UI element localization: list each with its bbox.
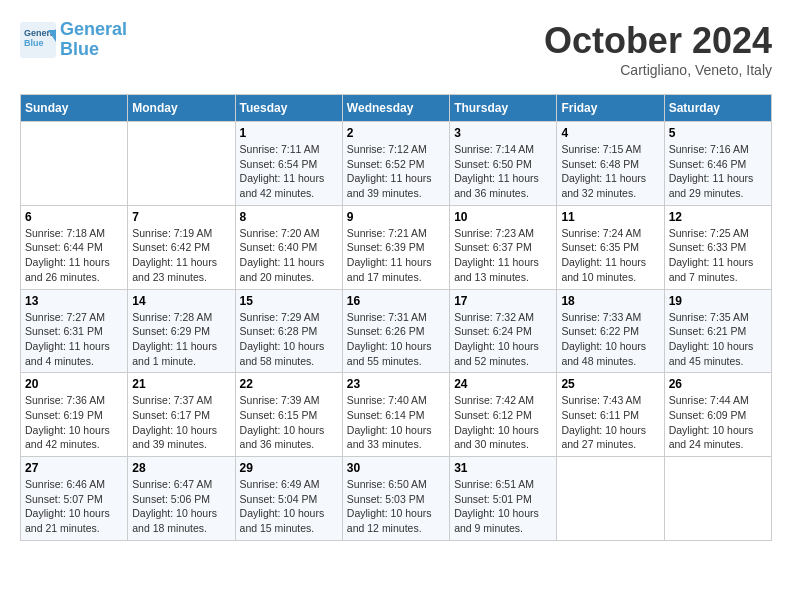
calendar-cell: 20Sunrise: 7:36 AM Sunset: 6:19 PM Dayli…	[21, 373, 128, 457]
weekday-header-tuesday: Tuesday	[235, 95, 342, 122]
day-info: Sunrise: 7:44 AM Sunset: 6:09 PM Dayligh…	[669, 393, 767, 452]
svg-text:Blue: Blue	[24, 38, 44, 48]
calendar-cell: 11Sunrise: 7:24 AM Sunset: 6:35 PM Dayli…	[557, 205, 664, 289]
day-info: Sunrise: 6:50 AM Sunset: 5:03 PM Dayligh…	[347, 477, 445, 536]
weekday-header-thursday: Thursday	[450, 95, 557, 122]
calendar-cell: 17Sunrise: 7:32 AM Sunset: 6:24 PM Dayli…	[450, 289, 557, 373]
weekday-header-row: SundayMondayTuesdayWednesdayThursdayFrid…	[21, 95, 772, 122]
calendar-cell: 30Sunrise: 6:50 AM Sunset: 5:03 PM Dayli…	[342, 457, 449, 541]
day-number: 9	[347, 210, 445, 224]
calendar-cell: 4Sunrise: 7:15 AM Sunset: 6:48 PM Daylig…	[557, 122, 664, 206]
calendar-cell: 3Sunrise: 7:14 AM Sunset: 6:50 PM Daylig…	[450, 122, 557, 206]
day-info: Sunrise: 7:25 AM Sunset: 6:33 PM Dayligh…	[669, 226, 767, 285]
calendar-cell: 13Sunrise: 7:27 AM Sunset: 6:31 PM Dayli…	[21, 289, 128, 373]
calendar-cell: 31Sunrise: 6:51 AM Sunset: 5:01 PM Dayli…	[450, 457, 557, 541]
calendar-cell: 29Sunrise: 6:49 AM Sunset: 5:04 PM Dayli…	[235, 457, 342, 541]
day-info: Sunrise: 7:11 AM Sunset: 6:54 PM Dayligh…	[240, 142, 338, 201]
calendar-cell	[128, 122, 235, 206]
calendar-cell: 23Sunrise: 7:40 AM Sunset: 6:14 PM Dayli…	[342, 373, 449, 457]
calendar-cell: 18Sunrise: 7:33 AM Sunset: 6:22 PM Dayli…	[557, 289, 664, 373]
day-info: Sunrise: 6:46 AM Sunset: 5:07 PM Dayligh…	[25, 477, 123, 536]
calendar-cell: 21Sunrise: 7:37 AM Sunset: 6:17 PM Dayli…	[128, 373, 235, 457]
day-number: 10	[454, 210, 552, 224]
day-info: Sunrise: 7:19 AM Sunset: 6:42 PM Dayligh…	[132, 226, 230, 285]
calendar-cell: 10Sunrise: 7:23 AM Sunset: 6:37 PM Dayli…	[450, 205, 557, 289]
day-number: 25	[561, 377, 659, 391]
day-info: Sunrise: 7:24 AM Sunset: 6:35 PM Dayligh…	[561, 226, 659, 285]
calendar-cell: 25Sunrise: 7:43 AM Sunset: 6:11 PM Dayli…	[557, 373, 664, 457]
day-number: 21	[132, 377, 230, 391]
day-info: Sunrise: 6:47 AM Sunset: 5:06 PM Dayligh…	[132, 477, 230, 536]
logo: General Blue GeneralBlue	[20, 20, 127, 60]
week-row-1: 1Sunrise: 7:11 AM Sunset: 6:54 PM Daylig…	[21, 122, 772, 206]
day-number: 1	[240, 126, 338, 140]
day-info: Sunrise: 7:32 AM Sunset: 6:24 PM Dayligh…	[454, 310, 552, 369]
calendar-cell: 14Sunrise: 7:28 AM Sunset: 6:29 PM Dayli…	[128, 289, 235, 373]
day-number: 19	[669, 294, 767, 308]
weekday-header-sunday: Sunday	[21, 95, 128, 122]
week-row-5: 27Sunrise: 6:46 AM Sunset: 5:07 PM Dayli…	[21, 457, 772, 541]
day-number: 15	[240, 294, 338, 308]
weekday-header-saturday: Saturday	[664, 95, 771, 122]
calendar-cell: 16Sunrise: 7:31 AM Sunset: 6:26 PM Dayli…	[342, 289, 449, 373]
day-number: 7	[132, 210, 230, 224]
day-number: 4	[561, 126, 659, 140]
day-info: Sunrise: 7:14 AM Sunset: 6:50 PM Dayligh…	[454, 142, 552, 201]
week-row-4: 20Sunrise: 7:36 AM Sunset: 6:19 PM Dayli…	[21, 373, 772, 457]
calendar-cell: 6Sunrise: 7:18 AM Sunset: 6:44 PM Daylig…	[21, 205, 128, 289]
day-info: Sunrise: 7:43 AM Sunset: 6:11 PM Dayligh…	[561, 393, 659, 452]
week-row-2: 6Sunrise: 7:18 AM Sunset: 6:44 PM Daylig…	[21, 205, 772, 289]
day-info: Sunrise: 7:31 AM Sunset: 6:26 PM Dayligh…	[347, 310, 445, 369]
day-number: 23	[347, 377, 445, 391]
day-number: 2	[347, 126, 445, 140]
calendar-cell: 5Sunrise: 7:16 AM Sunset: 6:46 PM Daylig…	[664, 122, 771, 206]
logo-icon: General Blue	[20, 22, 56, 58]
day-info: Sunrise: 7:40 AM Sunset: 6:14 PM Dayligh…	[347, 393, 445, 452]
calendar-cell: 22Sunrise: 7:39 AM Sunset: 6:15 PM Dayli…	[235, 373, 342, 457]
month-title: October 2024	[544, 20, 772, 62]
week-row-3: 13Sunrise: 7:27 AM Sunset: 6:31 PM Dayli…	[21, 289, 772, 373]
day-number: 8	[240, 210, 338, 224]
day-number: 5	[669, 126, 767, 140]
day-number: 26	[669, 377, 767, 391]
day-info: Sunrise: 7:16 AM Sunset: 6:46 PM Dayligh…	[669, 142, 767, 201]
day-number: 6	[25, 210, 123, 224]
day-number: 17	[454, 294, 552, 308]
page-header: General Blue GeneralBlue October 2024 Ca…	[20, 20, 772, 78]
calendar-cell: 28Sunrise: 6:47 AM Sunset: 5:06 PM Dayli…	[128, 457, 235, 541]
calendar-cell	[21, 122, 128, 206]
day-number: 18	[561, 294, 659, 308]
day-number: 29	[240, 461, 338, 475]
day-info: Sunrise: 7:15 AM Sunset: 6:48 PM Dayligh…	[561, 142, 659, 201]
calendar-cell: 19Sunrise: 7:35 AM Sunset: 6:21 PM Dayli…	[664, 289, 771, 373]
day-info: Sunrise: 7:39 AM Sunset: 6:15 PM Dayligh…	[240, 393, 338, 452]
weekday-header-wednesday: Wednesday	[342, 95, 449, 122]
calendar-cell	[557, 457, 664, 541]
day-info: Sunrise: 7:35 AM Sunset: 6:21 PM Dayligh…	[669, 310, 767, 369]
day-info: Sunrise: 7:20 AM Sunset: 6:40 PM Dayligh…	[240, 226, 338, 285]
calendar-cell: 24Sunrise: 7:42 AM Sunset: 6:12 PM Dayli…	[450, 373, 557, 457]
day-info: Sunrise: 7:28 AM Sunset: 6:29 PM Dayligh…	[132, 310, 230, 369]
day-info: Sunrise: 7:42 AM Sunset: 6:12 PM Dayligh…	[454, 393, 552, 452]
day-info: Sunrise: 7:27 AM Sunset: 6:31 PM Dayligh…	[25, 310, 123, 369]
day-info: Sunrise: 7:37 AM Sunset: 6:17 PM Dayligh…	[132, 393, 230, 452]
day-info: Sunrise: 7:21 AM Sunset: 6:39 PM Dayligh…	[347, 226, 445, 285]
calendar-cell: 2Sunrise: 7:12 AM Sunset: 6:52 PM Daylig…	[342, 122, 449, 206]
weekday-header-monday: Monday	[128, 95, 235, 122]
calendar-cell: 7Sunrise: 7:19 AM Sunset: 6:42 PM Daylig…	[128, 205, 235, 289]
calendar-table: SundayMondayTuesdayWednesdayThursdayFrid…	[20, 94, 772, 541]
day-number: 20	[25, 377, 123, 391]
day-number: 30	[347, 461, 445, 475]
calendar-cell: 15Sunrise: 7:29 AM Sunset: 6:28 PM Dayli…	[235, 289, 342, 373]
day-info: Sunrise: 6:49 AM Sunset: 5:04 PM Dayligh…	[240, 477, 338, 536]
day-number: 11	[561, 210, 659, 224]
calendar-cell: 1Sunrise: 7:11 AM Sunset: 6:54 PM Daylig…	[235, 122, 342, 206]
calendar-cell: 26Sunrise: 7:44 AM Sunset: 6:09 PM Dayli…	[664, 373, 771, 457]
day-info: Sunrise: 7:12 AM Sunset: 6:52 PM Dayligh…	[347, 142, 445, 201]
day-info: Sunrise: 7:18 AM Sunset: 6:44 PM Dayligh…	[25, 226, 123, 285]
location: Cartigliano, Veneto, Italy	[544, 62, 772, 78]
day-number: 14	[132, 294, 230, 308]
title-block: October 2024 Cartigliano, Veneto, Italy	[544, 20, 772, 78]
calendar-cell: 8Sunrise: 7:20 AM Sunset: 6:40 PM Daylig…	[235, 205, 342, 289]
day-info: Sunrise: 7:23 AM Sunset: 6:37 PM Dayligh…	[454, 226, 552, 285]
